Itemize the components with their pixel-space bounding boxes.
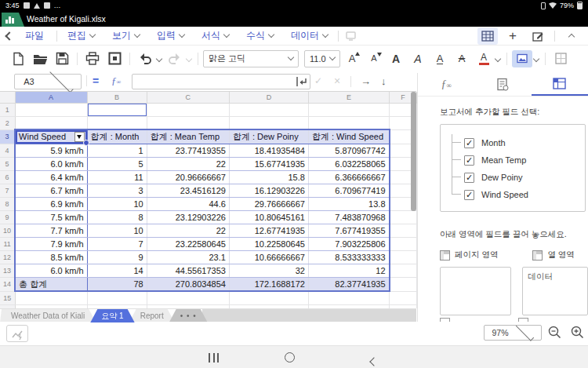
sheet-tab-2[interactable]: Report — [129, 309, 175, 322]
cell[interactable]: 18.41935484 — [229, 144, 308, 157]
menu-item-3[interactable]: 서식 — [193, 27, 238, 46]
cell[interactable] — [87, 103, 147, 116]
strikethrough-button[interactable]: A — [452, 49, 472, 68]
cell[interactable] — [390, 210, 417, 224]
cell[interactable]: 1 — [87, 144, 147, 157]
row-header-15[interactable]: 15 — [0, 291, 15, 304]
cell[interactable]: 6.4 km/h — [15, 170, 87, 184]
add-sheet-button[interactable]: + — [503, 27, 523, 45]
font-color-chevron[interactable] — [495, 55, 501, 61]
cell[interactable]: 총 합계 — [15, 277, 87, 291]
cell[interactable]: 32 — [229, 264, 308, 277]
field-checkbox[interactable]: ✓ — [464, 155, 474, 166]
home-icon[interactable] — [285, 352, 295, 363]
fill-image-button[interactable] — [512, 50, 532, 67]
panel-tab-pivot[interactable] — [532, 73, 588, 96]
cell[interactable] — [308, 116, 389, 129]
undo-button[interactable] — [135, 49, 155, 68]
cell[interactable] — [15, 116, 87, 129]
cell[interactable] — [390, 237, 417, 250]
cell[interactable]: 3 — [87, 184, 147, 197]
row-header-12[interactable]: 12 — [0, 250, 15, 264]
menu-item-0[interactable]: 편집 — [59, 27, 103, 46]
row-header-5[interactable]: 5 — [0, 157, 15, 170]
column-area-field[interactable]: 데이터 — [528, 271, 553, 281]
recents-icon[interactable] — [209, 353, 219, 363]
row-header-13[interactable]: 13 — [0, 264, 15, 277]
print-preview-button[interactable] — [104, 49, 125, 68]
cell[interactable]: 10.80645161 — [229, 210, 308, 224]
cell[interactable]: 9 — [87, 250, 147, 264]
cell[interactable]: 7.903225806 — [308, 237, 389, 250]
field-checkbox[interactable]: ✓ — [464, 190, 474, 200]
cell[interactable]: 270.8034854 — [147, 277, 229, 291]
cell[interactable]: 23.1 — [147, 250, 229, 264]
column-header-B[interactable]: B — [87, 92, 147, 103]
cell[interactable]: 5 — [87, 157, 147, 170]
sheet-grid-icon[interactable] — [477, 27, 498, 45]
cell[interactable] — [390, 224, 417, 237]
android-back-icon[interactable] — [371, 354, 377, 368]
wrap-text-icon[interactable] — [296, 76, 307, 90]
cell[interactable]: 5.9 km/h — [15, 144, 87, 157]
row-header-10[interactable]: 10 — [0, 224, 15, 237]
cell[interactable] — [147, 116, 229, 129]
move-down-button[interactable]: ↓ — [381, 75, 387, 87]
cell[interactable]: 10.66666667 — [229, 250, 308, 264]
row-header-9[interactable]: 9 — [0, 210, 15, 224]
cell[interactable]: 11 — [87, 170, 147, 184]
cell[interactable] — [390, 291, 417, 304]
cell[interactable]: 10 — [87, 224, 147, 237]
cell[interactable]: 6.366666667 — [308, 170, 389, 184]
menu-item-4[interactable]: 수식 — [238, 27, 282, 46]
cell[interactable]: 12.67741935 — [229, 224, 308, 237]
increase-font-button[interactable]: A — [342, 49, 362, 68]
menu-file[interactable]: 파일 — [13, 27, 55, 46]
field-row-month[interactable]: ✓Month — [441, 134, 585, 151]
cell[interactable]: 6.0 km/h — [15, 157, 87, 170]
cell[interactable] — [87, 116, 147, 129]
cell[interactable]: 합계 : Wind Speed — [308, 129, 389, 144]
underline-button[interactable]: A — [430, 49, 450, 68]
cell[interactable] — [390, 277, 417, 291]
cell[interactable]: 78 — [87, 277, 147, 291]
vertical-scrollbar[interactable] — [411, 92, 416, 211]
cell[interactable]: 23.12903226 — [147, 210, 229, 224]
sheet-tab-1[interactable]: 요약 1 — [90, 309, 134, 322]
cell[interactable]: 16.12903226 — [229, 184, 308, 197]
row-header-7[interactable]: 7 — [0, 184, 15, 197]
row-header-6[interactable]: 6 — [0, 170, 15, 184]
cell[interactable] — [308, 103, 389, 116]
decrease-font-button[interactable]: A — [364, 49, 384, 68]
cell[interactable]: 8.5 km/h — [15, 250, 87, 264]
cell[interactable]: 15.8 — [229, 170, 308, 184]
cell[interactable]: 22 — [147, 224, 229, 237]
cell[interactable]: 82.37741935 — [308, 277, 389, 291]
cell[interactable]: 합계 : Month — [87, 129, 147, 144]
cell[interactable]: 8.533333333 — [308, 250, 389, 264]
cell[interactable]: 22 — [147, 157, 229, 170]
row-header-14[interactable]: 14 — [0, 277, 15, 291]
cell[interactable]: 6.9 km/h — [15, 197, 87, 210]
cell[interactable]: 44.55617353 — [147, 264, 229, 277]
cell[interactable] — [229, 291, 308, 304]
cell[interactable] — [87, 291, 147, 304]
cell[interactable]: 5.870967742 — [308, 144, 389, 157]
cell[interactable]: 20.96666667 — [147, 170, 229, 184]
sheet-tab-0[interactable]: Weather Data of Kiali — [0, 309, 96, 322]
save-button[interactable] — [52, 49, 72, 68]
zoom-out-button[interactable] — [547, 325, 563, 344]
borders-button[interactable] — [550, 49, 571, 68]
cell[interactable]: 172.1688172 — [229, 277, 308, 291]
font-name-select[interactable]: 맑은 고딕 — [203, 50, 299, 67]
cell[interactable]: 합계 : Mean Temp — [147, 129, 229, 144]
cell[interactable] — [308, 291, 389, 304]
font-color-button[interactable]: A — [474, 49, 494, 68]
cell[interactable]: 23.22580645 — [147, 237, 229, 250]
column-header-E[interactable]: E — [308, 92, 389, 103]
cell[interactable]: 7.9 km/h — [15, 237, 87, 250]
cell[interactable]: 29.76666667 — [229, 197, 308, 210]
panel-tab-validation[interactable] — [474, 73, 531, 96]
cell[interactable]: 6.709677419 — [308, 184, 389, 197]
field-checkbox[interactable]: ✓ — [464, 173, 474, 183]
